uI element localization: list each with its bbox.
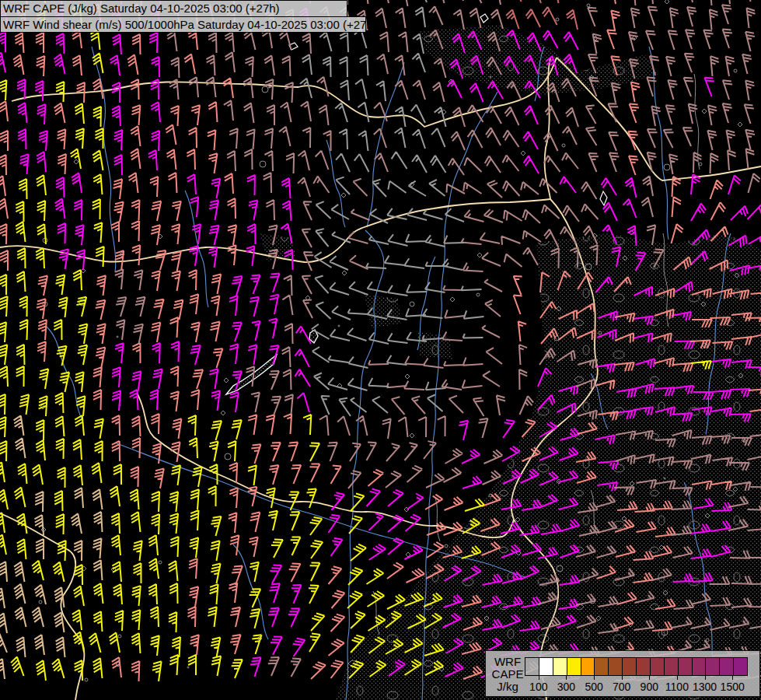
legend-cell xyxy=(734,658,747,675)
legend-cell xyxy=(609,658,623,675)
weather-map-app: WRF CAPE (J/kg) Saturday 04-10-2025 03:0… xyxy=(0,0,761,700)
legend-cell xyxy=(637,658,651,675)
legend-label-model: WRF xyxy=(487,656,528,668)
legend-tick-label: 500 xyxy=(585,681,602,693)
legend-tick xyxy=(539,675,539,680)
legend-tick xyxy=(649,675,650,680)
legend-tick xyxy=(622,675,623,680)
legend-cell xyxy=(693,658,707,675)
legend-cell xyxy=(567,658,581,675)
legend-tick-label: 300 xyxy=(557,681,575,693)
legend-cell xyxy=(581,658,595,675)
legend-label: WRF CAPE J/kg xyxy=(487,656,528,693)
legend-cell xyxy=(679,658,693,675)
legend-cell xyxy=(623,658,637,675)
legend-label-units: J/kg xyxy=(487,681,528,693)
legend-tick-label: 1500 xyxy=(721,681,745,693)
legend-cell xyxy=(720,658,734,675)
legend-label-variable: CAPE xyxy=(487,668,528,681)
legend-cell xyxy=(553,658,567,675)
legend-tick xyxy=(705,675,706,680)
legend-colorbar xyxy=(525,657,748,676)
legend-tick-label: 100 xyxy=(529,681,547,693)
title-bar: WRF CAPE (J/kg) Saturday 04-10-2025 03:0… xyxy=(0,0,366,33)
title-line-cape: WRF CAPE (J/kg) Saturday 04-10-2025 03:0… xyxy=(0,0,347,17)
legend-tick-label: 1100 xyxy=(665,681,689,693)
title-line-windshear: WRF Wind shear (m/s) 500/1000hPa Saturda… xyxy=(0,16,366,33)
legend-cell xyxy=(651,658,665,675)
cape-legend: WRF CAPE J/kg 10030050070090011001300150… xyxy=(485,650,760,697)
legend-tick-label: 700 xyxy=(613,681,630,693)
legend-tick xyxy=(677,675,678,680)
legend-tick-label: 900 xyxy=(641,681,658,693)
legend-cell xyxy=(525,658,539,675)
legend-cell xyxy=(665,658,679,675)
legend-cell xyxy=(539,658,553,675)
legend-tick xyxy=(566,675,567,680)
legend-tick xyxy=(732,675,733,680)
legend-tick-label: 1300 xyxy=(693,681,717,693)
map-canvas xyxy=(0,0,761,700)
legend-cell xyxy=(595,658,609,675)
legend-tick xyxy=(594,675,595,680)
legend-cell xyxy=(706,658,720,675)
